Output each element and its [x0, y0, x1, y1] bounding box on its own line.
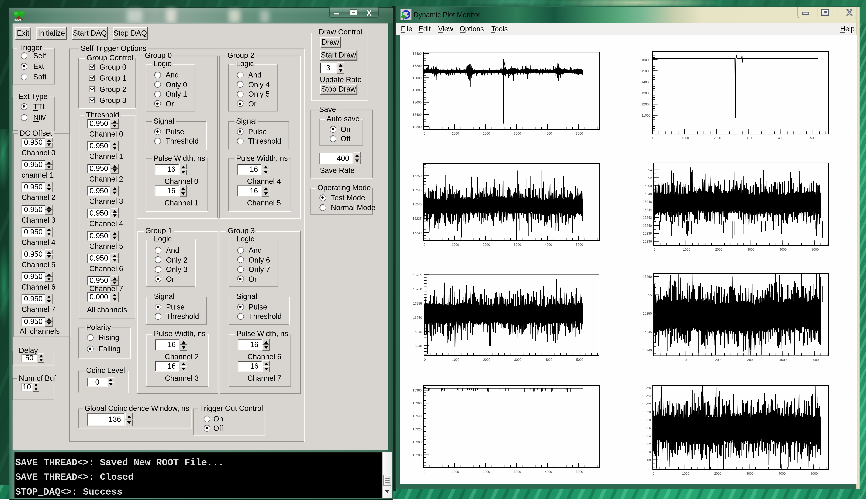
svg-text:0: 0 — [423, 470, 425, 474]
svg-text:4000: 4000 — [778, 472, 786, 475]
svg-text:16222: 16222 — [642, 402, 651, 406]
svg-text:3000: 3000 — [746, 136, 753, 140]
svg-text:4000: 4000 — [545, 132, 552, 135]
svg-text:3000: 3000 — [514, 358, 521, 361]
svg-text:0: 0 — [424, 358, 425, 361]
svg-text:16250: 16250 — [643, 184, 652, 188]
svg-text:0: 0 — [423, 132, 425, 135]
svg-text:5000: 5000 — [576, 358, 584, 361]
svg-text:16245: 16245 — [413, 330, 422, 334]
svg-text:1000: 1000 — [452, 132, 459, 135]
svg-text:16200: 16200 — [413, 64, 422, 68]
svg-text:5000: 5000 — [811, 472, 818, 475]
svg-text:16246: 16246 — [643, 200, 652, 204]
svg-text:3000: 3000 — [514, 470, 521, 474]
svg-text:16212: 16212 — [642, 443, 651, 446]
svg-text:16248: 16248 — [643, 192, 652, 196]
svg-text:4000: 4000 — [778, 136, 785, 140]
svg-text:5000: 5000 — [576, 470, 583, 474]
svg-text:16400: 16400 — [413, 52, 422, 56]
svg-text:5000: 5000 — [576, 243, 583, 247]
svg-text:4000: 4000 — [779, 248, 787, 251]
svg-text:5000: 5000 — [576, 132, 583, 135]
svg-text:1000: 1000 — [452, 358, 459, 361]
svg-text:16254: 16254 — [643, 168, 652, 172]
svg-text:3000: 3000 — [747, 248, 755, 251]
svg-text:Root: Root — [14, 18, 21, 22]
svg-text:2000: 2000 — [715, 358, 722, 362]
svg-text:16220: 16220 — [642, 410, 651, 414]
svg-text:16214: 16214 — [642, 434, 651, 438]
svg-text:4000: 4000 — [545, 358, 552, 361]
svg-text:3000: 3000 — [746, 472, 754, 475]
svg-text:16000: 16000 — [642, 58, 651, 62]
svg-text:15400: 15400 — [413, 113, 422, 116]
svg-text:16360: 16360 — [413, 402, 422, 405]
svg-text:16240: 16240 — [643, 224, 652, 227]
svg-text:0: 0 — [654, 358, 655, 362]
svg-text:16210: 16210 — [642, 450, 651, 454]
svg-text:1000: 1000 — [683, 358, 690, 362]
svg-text:16300: 16300 — [413, 440, 422, 444]
svg-text:16260: 16260 — [643, 275, 652, 279]
svg-text:16230: 16230 — [413, 231, 422, 235]
svg-text:16238: 16238 — [643, 232, 652, 235]
svg-text:3000: 3000 — [514, 132, 521, 135]
svg-text:13000: 13000 — [642, 91, 651, 95]
svg-text:4000: 4000 — [779, 358, 787, 362]
svg-text:12000: 12000 — [642, 102, 651, 106]
svg-text:11000: 11000 — [642, 114, 651, 117]
svg-text:2000: 2000 — [483, 470, 490, 474]
svg-text:16240: 16240 — [413, 202, 422, 206]
svg-text:3000: 3000 — [747, 358, 755, 362]
svg-text:2000: 2000 — [483, 132, 490, 135]
svg-text:5000: 5000 — [810, 136, 818, 140]
svg-text:16255: 16255 — [643, 293, 652, 297]
svg-text:0: 0 — [423, 243, 425, 247]
svg-text:5000: 5000 — [812, 358, 819, 362]
svg-text:15000: 15000 — [642, 69, 651, 73]
svg-text:16242: 16242 — [643, 216, 652, 220]
svg-text:1000: 1000 — [682, 472, 689, 475]
svg-text:16255: 16255 — [413, 302, 422, 305]
svg-text:1000: 1000 — [682, 136, 689, 140]
svg-text:16218: 16218 — [642, 418, 651, 422]
svg-text:16208: 16208 — [642, 458, 651, 462]
svg-text:16240: 16240 — [643, 348, 652, 352]
svg-text:2000: 2000 — [714, 472, 722, 475]
svg-text:14000: 14000 — [642, 80, 651, 84]
svg-text:16244: 16244 — [643, 208, 652, 212]
svg-text:4000: 4000 — [545, 470, 552, 474]
svg-text:16224: 16224 — [642, 394, 651, 398]
svg-text:1000: 1000 — [683, 248, 690, 251]
svg-text:15800: 15800 — [413, 88, 422, 92]
svg-text:16260: 16260 — [413, 288, 422, 291]
svg-text:15600: 15600 — [413, 101, 422, 104]
svg-text:16280: 16280 — [413, 453, 422, 457]
svg-text:16380: 16380 — [413, 389, 422, 392]
svg-text:1000: 1000 — [452, 470, 459, 474]
svg-text:16000: 16000 — [413, 76, 422, 80]
svg-text:0: 0 — [652, 136, 654, 140]
svg-text:16226: 16226 — [642, 387, 651, 390]
svg-text:16250: 16250 — [413, 174, 422, 178]
svg-text:0: 0 — [653, 472, 654, 475]
svg-text:16252: 16252 — [643, 176, 652, 180]
svg-text:2000: 2000 — [714, 136, 721, 140]
svg-text:16320: 16320 — [413, 427, 422, 431]
svg-text:16240: 16240 — [413, 344, 422, 348]
svg-text:16245: 16245 — [643, 330, 652, 334]
svg-text:16340: 16340 — [413, 414, 422, 418]
svg-text:16250: 16250 — [413, 316, 422, 320]
svg-text:16236: 16236 — [643, 240, 652, 243]
svg-text:15200: 15200 — [413, 125, 422, 129]
svg-text:2000: 2000 — [483, 243, 490, 247]
svg-text:0: 0 — [654, 248, 655, 251]
svg-text:16216: 16216 — [642, 426, 651, 430]
svg-text:16235: 16235 — [413, 217, 422, 221]
svg-text:16250: 16250 — [643, 312, 652, 315]
svg-text:5000: 5000 — [812, 248, 819, 251]
svg-text:1000: 1000 — [452, 243, 459, 247]
svg-text:16245: 16245 — [413, 188, 422, 192]
svg-text:3000: 3000 — [514, 243, 521, 247]
